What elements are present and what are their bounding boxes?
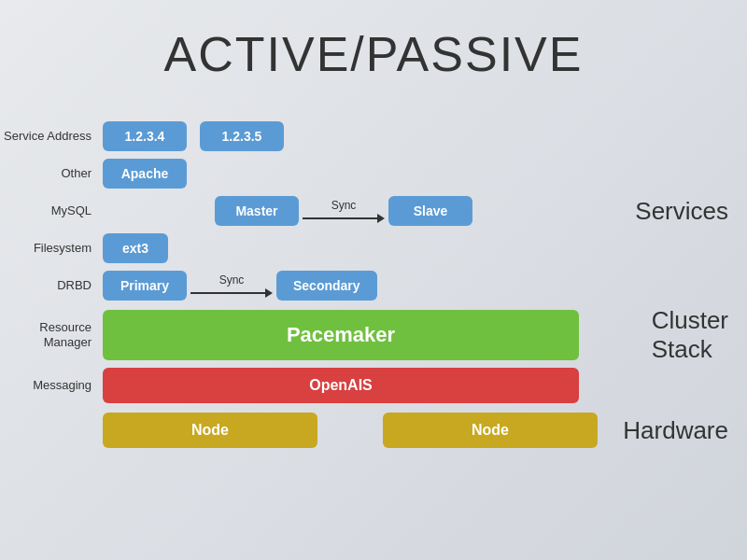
messaging-row: Messaging OpenAIS (0, 368, 747, 403)
service-address-row: Service Address 1.2.3.4 1.2.3.5 (0, 121, 747, 151)
primary-box: Primary (103, 271, 187, 301)
apache-box: Apache (103, 159, 187, 189)
resource-manager-row: Resource Manager Pacemaker Cluster Stack (0, 310, 747, 360)
mysql-sync-label: Sync (331, 199, 357, 212)
ip2-box: 1.2.3.5 (200, 121, 284, 151)
drbd-content: Primary Sync Secondary (103, 271, 747, 301)
filesystem-row: Filesystem ext3 (0, 233, 747, 263)
resource-manager-content: Pacemaker (103, 310, 747, 360)
drbd-label: DRBD (0, 278, 103, 293)
ext3-box: ext3 (103, 233, 168, 263)
drbd-row: DRBD Primary Sync Secondary (0, 271, 747, 301)
mysql-arrow (303, 214, 385, 223)
mysql-label: MySQL (0, 203, 103, 218)
drbd-arrow (190, 288, 273, 298)
ip1-box: 1.2.3.4 (103, 121, 187, 151)
filesystem-label: Filesystem (0, 241, 103, 256)
cluster-stack-label: Cluster Stack (652, 306, 728, 364)
master-box: Master (215, 196, 299, 226)
resource-manager-label: Resource Manager (0, 320, 103, 349)
other-label: Other (0, 166, 103, 181)
openais-box: OpenAIS (103, 368, 579, 403)
slave-box: Slave (388, 196, 472, 226)
hardware-label: Hardware (623, 416, 728, 444)
pacemaker-box: Pacemaker (103, 310, 579, 360)
slide: ACTIVE/PASSIVE Service Address 1.2.3.4 1… (0, 0, 747, 560)
slide-title: ACTIVE/PASSIVE (0, 0, 747, 82)
other-row: Other Apache (0, 159, 747, 189)
secondary-box: Secondary (276, 271, 377, 301)
diagram: Service Address 1.2.3.4 1.2.3.5 Other Ap… (0, 121, 747, 454)
hardware-row: Node Node Hardware (0, 413, 747, 448)
mysql-row: MySQL Master Sync Slave Services (0, 196, 747, 226)
drbd-sync-label: Sync (219, 273, 245, 287)
services-label: Services (635, 197, 728, 225)
node1-box: Node (103, 413, 317, 448)
messaging-label: Messaging (0, 378, 103, 393)
service-address-content: 1.2.3.4 1.2.3.5 (103, 121, 747, 151)
other-content: Apache (103, 159, 747, 189)
service-address-label: Service Address (0, 129, 103, 144)
node2-box: Node (383, 413, 598, 448)
messaging-content: OpenAIS (103, 368, 747, 403)
filesystem-content: ext3 (103, 233, 747, 263)
